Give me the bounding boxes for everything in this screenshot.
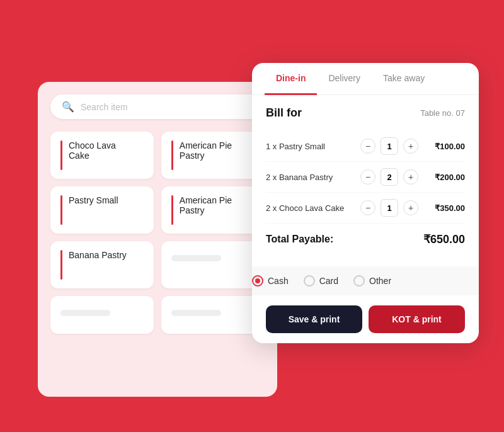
menu-card-choco-lava[interactable]: Choco LavaCake [50, 132, 154, 179]
qty-increase-1[interactable]: + [403, 139, 418, 154]
payment-card[interactable]: Card [304, 275, 338, 287]
table-number: Table no. 07 [420, 108, 465, 118]
search-bar[interactable]: 🔍 Search item [50, 94, 265, 119]
order-item-1: 1 x Pastry Small − 1 + ₹100.00 [266, 131, 465, 162]
total-amount: ₹650.00 [423, 232, 465, 246]
item-price-2: ₹200.00 [427, 173, 465, 182]
qty-value-1: 1 [381, 137, 398, 155]
qty-decrease-1[interactable]: − [360, 139, 375, 154]
save-print-button[interactable]: Save & print [266, 305, 362, 333]
tab-take-away[interactable]: Take away [372, 63, 436, 95]
item-price-1: ₹100.00 [427, 142, 465, 151]
payment-cash[interactable]: Cash [252, 275, 289, 287]
menu-item-label: American Pie Pastry [180, 195, 255, 215]
payment-card-label: Card [319, 276, 338, 286]
payment-other-label: Other [369, 276, 391, 286]
menu-item-label: Banana Pastry [69, 250, 127, 260]
qty-value-2: 2 [381, 168, 398, 186]
search-icon: 🔍 [62, 101, 74, 113]
tab-bar: Dine-in Delivery Take away [252, 63, 479, 95]
bill-for-label: Bill for [266, 106, 302, 120]
tab-delivery[interactable]: Delivery [317, 63, 372, 95]
qty-increase-2[interactable]: + [403, 169, 418, 185]
qty-value-3: 1 [381, 199, 398, 217]
item-name-1: 1 x Pastry Small [266, 142, 352, 151]
menu-item-label: American Pie Pastry [180, 140, 255, 161]
menu-panel: 🔍 Search item Choco LavaCake American Pi… [38, 82, 277, 397]
menu-card-empty-2 [50, 296, 154, 334]
qty-increase-3[interactable]: + [403, 200, 418, 215]
qty-control-3: − 1 + [360, 199, 418, 217]
radio-cash-circle [252, 275, 263, 287]
menu-card-banana-pastry[interactable]: Banana Pastry [50, 241, 154, 288]
item-name-3: 2 x Choco Lava Cake [266, 203, 352, 213]
qty-control-2: − 2 + [360, 168, 418, 186]
menu-card-pastry-small[interactable]: Pastry Small [50, 186, 154, 234]
bill-modal: Dine-in Delivery Take away Bill for Tabl… [252, 63, 479, 343]
menu-card-american-pie-1[interactable]: American Pie Pastry [161, 132, 265, 179]
qty-decrease-2[interactable]: − [360, 169, 375, 185]
menu-card-american-pie-2[interactable]: American Pie Pastry [161, 186, 265, 234]
menu-card-empty-3 [161, 296, 265, 334]
search-input[interactable]: Search item [81, 102, 128, 112]
menu-item-label: Pastry Small [69, 195, 118, 205]
total-label: Total Payable: [266, 234, 333, 245]
qty-control-1: − 1 + [360, 137, 418, 155]
payment-section: Cash Card Other [252, 266, 479, 295]
order-item-2: 2 x Banana Pastry − 2 + ₹200.00 [266, 162, 465, 193]
order-item-3: 2 x Choco Lava Cake − 1 + ₹350.00 [266, 193, 465, 224]
total-row: Total Payable: ₹650.00 [266, 224, 465, 255]
action-buttons: Save & print KOT & print [252, 295, 479, 343]
menu-card-empty-1 [161, 241, 265, 288]
bill-content: Bill for Table no. 07 1 x Pastry Small −… [252, 95, 479, 266]
menu-item-label: Choco LavaCake [69, 140, 116, 161]
qty-decrease-3[interactable]: − [360, 200, 375, 215]
radio-card-circle [304, 275, 315, 287]
tab-dine-in[interactable]: Dine-in [265, 63, 317, 95]
menu-grid: Choco LavaCake American Pie Pastry Pastr… [50, 132, 265, 334]
item-name-2: 2 x Banana Pastry [266, 173, 352, 182]
radio-other-circle [353, 275, 365, 287]
item-price-3: ₹350.00 [427, 203, 465, 213]
payment-other[interactable]: Other [353, 275, 391, 287]
payment-cash-label: Cash [268, 276, 289, 286]
bill-header: Bill for Table no. 07 [266, 106, 465, 120]
kot-print-button[interactable]: KOT & print [369, 305, 465, 333]
